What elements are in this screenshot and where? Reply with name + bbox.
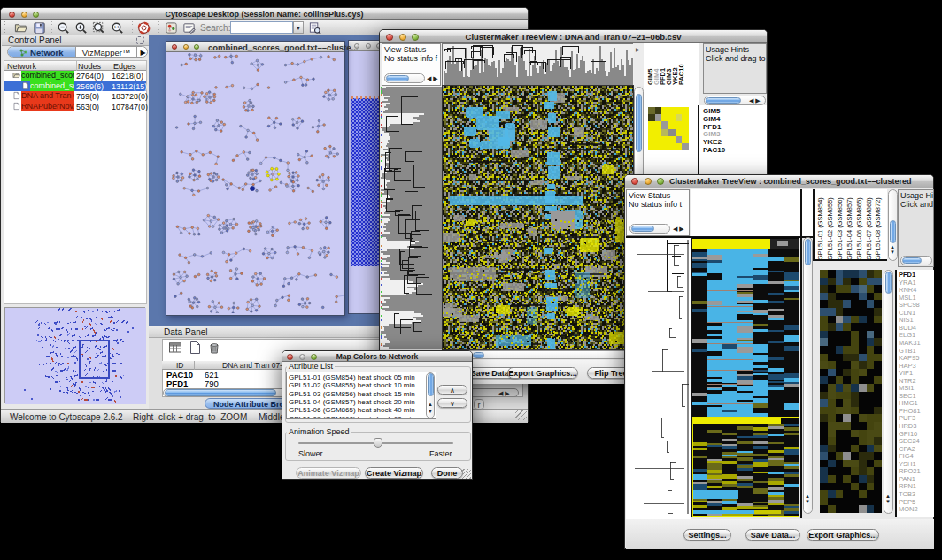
svg-text:1:1: 1:1 (114, 25, 120, 29)
